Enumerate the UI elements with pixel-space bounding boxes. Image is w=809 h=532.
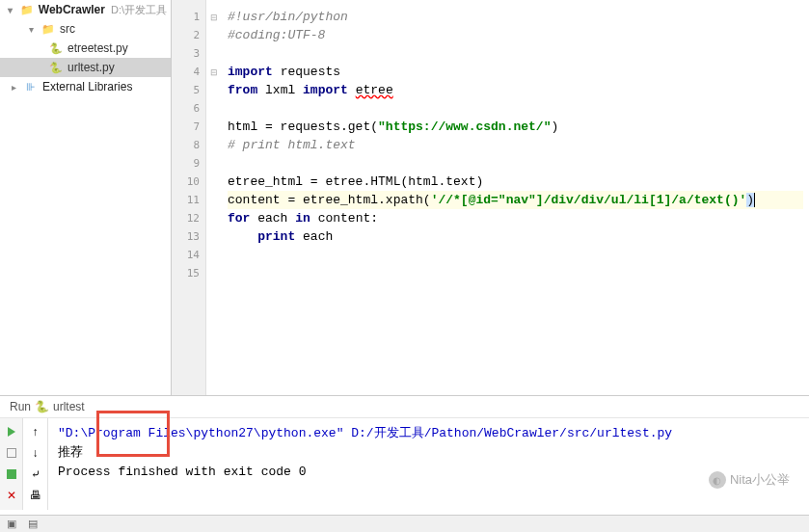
restart-button[interactable] [4, 466, 19, 482]
console-output[interactable]: "D:\Program Files\python27\python.exe" D… [48, 418, 809, 510]
code-text: #!usr/bin/python [228, 10, 348, 24]
line-number: 6 [172, 99, 205, 118]
line-number: 10 [172, 173, 205, 191]
file-urltest[interactable]: 🐍 urltest.py [0, 58, 171, 77]
code-id: lxml [265, 83, 295, 97]
print-button[interactable]: 🖶 [28, 488, 43, 503]
code-text: #coding:UTF-8 [228, 28, 325, 42]
line-number: 1 [172, 8, 205, 26]
line-number: 5 [172, 81, 205, 99]
line-number: 7 [172, 118, 205, 136]
output-command: "D:\Program Files\python27\python.exe" [58, 426, 343, 440]
fold-icon[interactable]: ⊟ [206, 63, 222, 81]
src-folder[interactable]: ▾ 📁 src [0, 19, 171, 39]
code-kw: in [295, 211, 310, 226]
library-icon: ⊪ [23, 79, 39, 94]
code-kw: for [228, 211, 250, 226]
rerun-button[interactable] [4, 424, 19, 439]
file-label: etreetest.py [67, 41, 128, 55]
watermark-text: Nita小公举 [730, 471, 790, 489]
file-etreetest[interactable]: 🐍 etreetest.py [0, 39, 171, 58]
run-tab-label: Run [10, 400, 31, 413]
code-kw: import [303, 83, 348, 97]
file-label: urltest.py [67, 61, 115, 74]
code-kw: print [257, 229, 295, 244]
chevron-down-icon: ▾ [8, 5, 19, 15]
chevron-down-icon: ▾ [29, 24, 40, 35]
output-exit: Process finished with exit code 0 [58, 463, 799, 482]
project-root[interactable]: ▾ 📁 WebCrawler D:\开发工具 [0, 0, 171, 19]
run-config-name: urltest [53, 400, 85, 413]
output-args: D:/开发工具/Pathon/WebCrawler/src/urltest.py [343, 426, 672, 440]
chevron-right-icon: ▸ [12, 82, 23, 93]
wechat-icon: ◐ [709, 471, 726, 489]
python-file-icon: 🐍 [48, 40, 64, 56]
stop-button[interactable] [4, 445, 19, 461]
status-bar: ▣ ▤ [0, 515, 809, 532]
python-file-icon: 🐍 [35, 400, 49, 413]
python-file-icon: 🐍 [48, 60, 64, 75]
code-kw: from [228, 83, 257, 97]
fold-icon[interactable]: ⊟ [206, 8, 222, 26]
tool-window-icon[interactable]: ▣ [4, 517, 19, 532]
fold-column: ⊟ ⊟ [206, 0, 222, 395]
code-text: # print html.text [228, 138, 356, 152]
line-number: 2 [172, 26, 205, 44]
output-result: 推荐 [58, 443, 799, 463]
code-text: each [250, 211, 295, 226]
folder-icon: 📁 [40, 21, 56, 37]
code-content[interactable]: #!usr/bin/python #coding:UTF-8 import re… [222, 0, 809, 395]
wrap-button[interactable]: ⤶ [28, 466, 43, 482]
line-number: 8 [172, 136, 205, 154]
text-cursor [754, 193, 755, 207]
ext-lib-label: External Libraries [42, 80, 132, 93]
code-id: requests [281, 65, 340, 79]
line-number: 15 [172, 264, 205, 282]
line-gutter: 1 2 3 4 5 6 7 8 9 10 11 12 13 14 15 [172, 0, 206, 395]
run-tool-window: Run 🐍 urltest ✕ ↑ ↓ ⤶ 🖶 "D:\Program File… [0, 395, 809, 516]
folder-icon: 📁 [19, 2, 35, 17]
code-text: content = etree_html.xpath( [228, 193, 431, 207]
code-kw: import [228, 65, 273, 79]
project-tree: ▾ 📁 WebCrawler D:\开发工具 ▾ 📁 src 🐍 etreete… [0, 0, 172, 395]
line-number: 11 [172, 191, 205, 209]
line-number: 4 [172, 63, 205, 81]
run-tab-header[interactable]: Run 🐍 urltest [0, 396, 809, 418]
folder-label: src [60, 22, 75, 36]
line-number: 14 [172, 246, 205, 264]
code-string: '//*[@id="nav"]/div/div/ul/li[1]/a/text(… [431, 193, 747, 207]
line-number: 13 [172, 227, 205, 246]
up-button[interactable]: ↑ [28, 424, 43, 439]
external-libraries[interactable]: ▸ ⊪ External Libraries [0, 77, 171, 96]
code-text: ) [746, 193, 754, 207]
code-id: etree [356, 83, 393, 97]
project-name: WebCrawler [39, 3, 105, 16]
line-number: 9 [172, 154, 205, 173]
line-number: 12 [172, 209, 205, 227]
tool-window-icon[interactable]: ▤ [25, 517, 40, 532]
line-number: 3 [172, 44, 205, 63]
down-button[interactable]: ↓ [28, 445, 43, 461]
watermark: ◐ Nita小公举 [709, 471, 790, 489]
code-editor[interactable]: 1 2 3 4 5 6 7 8 9 10 11 12 13 14 15 ⊟ ⊟ … [172, 0, 809, 395]
code-text: etree_html = etree.HTML(html.text) [228, 174, 483, 189]
code-text: content: [310, 211, 378, 226]
close-button[interactable]: ✕ [4, 488, 19, 503]
run-toolbar-left: ✕ [0, 418, 23, 510]
code-string: "https://www.csdn.net/" [378, 120, 551, 134]
run-toolbar-right: ↑ ↓ ⤶ 🖶 [23, 418, 48, 510]
project-path: D:\开发工具 [111, 3, 167, 17]
code-text: each [295, 229, 333, 244]
